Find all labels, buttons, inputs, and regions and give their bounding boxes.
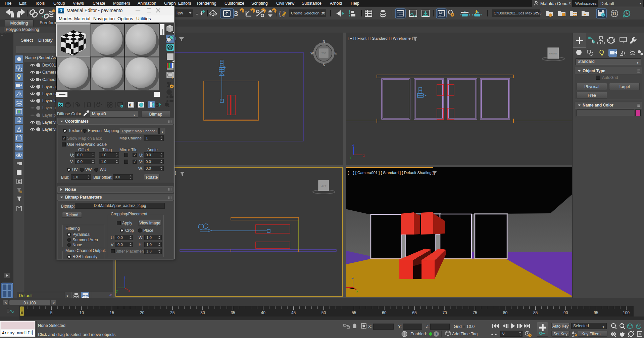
svg-text:y: y bbox=[356, 289, 358, 293]
svg-text:Add Time Tag: Add Time Tag bbox=[452, 332, 478, 336]
svg-text:5: 5 bbox=[50, 310, 53, 315]
svg-text:S: S bbox=[323, 63, 325, 67]
svg-text:LEFT: LEFT bbox=[320, 185, 327, 187]
svg-text:[ + ] [ Camera001 ] [ Standard: [ + ] [ Camera001 ] [ Standard ] [ Defau… bbox=[348, 171, 434, 175]
svg-text:y: y bbox=[116, 289, 118, 293]
svg-text:W: W bbox=[310, 51, 314, 55]
svg-text:30: 30 bbox=[200, 310, 205, 315]
svg-text:z: z bbox=[352, 143, 354, 146]
svg-text:N: N bbox=[323, 39, 325, 43]
svg-text:10: 10 bbox=[80, 310, 84, 315]
svg-text:90: 90 bbox=[563, 310, 568, 315]
svg-text:x: x bbox=[363, 154, 365, 157]
svg-text:65: 65 bbox=[412, 310, 417, 315]
svg-text:y: y bbox=[350, 155, 351, 159]
svg-text:1: 1 bbox=[435, 332, 437, 336]
svg-text:]: ] bbox=[175, 171, 176, 175]
svg-text:50: 50 bbox=[321, 310, 326, 315]
svg-text:3: 3 bbox=[234, 9, 238, 18]
svg-text:Create Selection Se: Create Selection Se bbox=[291, 11, 325, 15]
svg-text:55: 55 bbox=[352, 310, 356, 315]
svg-text:0: 0 bbox=[21, 311, 23, 315]
svg-text:FRONT: FRONT bbox=[549, 52, 557, 55]
svg-text:[ + ] [ Front ] [ Standard ] [: [ + ] [ Front ] [ Standard ] [ Wireframe… bbox=[348, 36, 413, 40]
svg-text:85: 85 bbox=[533, 310, 538, 315]
svg-text:80: 80 bbox=[503, 310, 508, 315]
svg-text:40: 40 bbox=[261, 310, 266, 315]
svg-text:z: z bbox=[352, 276, 354, 280]
svg-text:x: x bbox=[128, 289, 130, 293]
svg-text:TOP: TOP bbox=[321, 52, 327, 54]
svg-text:35: 35 bbox=[231, 310, 235, 315]
svg-text:11: 11 bbox=[612, 11, 616, 16]
svg-text:iew: iew bbox=[177, 10, 183, 15]
svg-text:60: 60 bbox=[382, 310, 387, 315]
svg-text:z: z bbox=[124, 276, 126, 279]
svg-text:15: 15 bbox=[110, 310, 114, 315]
svg-text:95: 95 bbox=[594, 310, 598, 315]
svg-text:25: 25 bbox=[170, 310, 175, 315]
svg-text:70: 70 bbox=[442, 310, 447, 315]
svg-text:3: 3 bbox=[60, 8, 62, 12]
svg-text:45: 45 bbox=[291, 310, 296, 315]
svg-text:Enabled:: Enabled: bbox=[410, 332, 427, 336]
svg-text:100: 100 bbox=[623, 310, 630, 315]
svg-text:]: ] bbox=[175, 36, 176, 40]
svg-text:75: 75 bbox=[473, 310, 478, 315]
svg-text:0: 0 bbox=[129, 102, 131, 108]
svg-text:E: E bbox=[334, 51, 337, 55]
svg-text:20: 20 bbox=[140, 310, 145, 315]
svg-text:{: { bbox=[279, 10, 281, 17]
svg-text:C:\Users\202...3ds Max 2023: C:\Users\202...3ds Max 2023 bbox=[494, 11, 541, 15]
